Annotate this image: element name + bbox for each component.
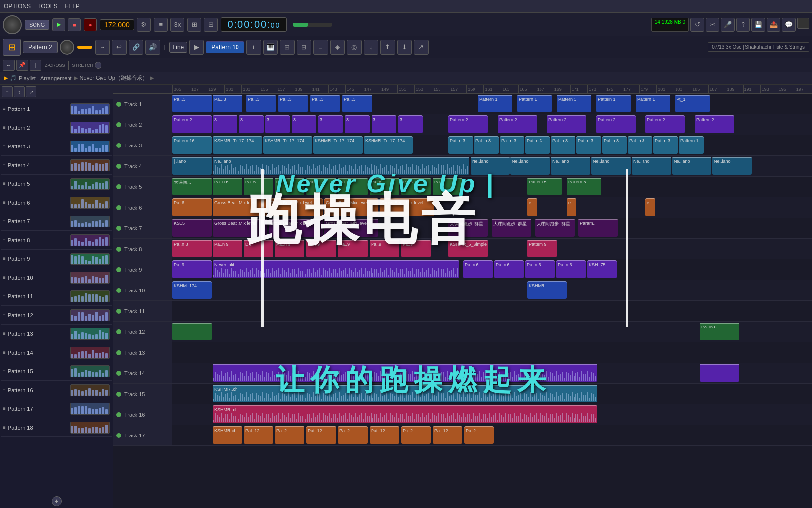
pattern-list-item-10[interactable]: ≡Pattern 10 [1,268,112,287]
tool-mixer[interactable]: ⊟ [297,40,311,55]
clip-track7-3[interactable]: Gross Beat..Mix level [324,219,378,237]
clip-track2-6[interactable]: 3 [345,115,370,133]
track-label-17[interactable]: Track 17 [113,425,172,445]
clip-track2-14[interactable]: Pattern 2 [695,115,734,133]
pattern-name[interactable]: Pattern 2 [23,41,58,53]
clip-track10-1[interactable]: KSHMR.. [527,281,567,299]
clip-track3-4[interactable]: KSHMR_Tr..17_174 [364,136,413,154]
track-content-17[interactable]: KSHMR.chPat..12Pa..2Pat..12Pa..2Pat..12P… [172,425,812,445]
clip-track2-4[interactable]: 3 [292,115,316,133]
play-button[interactable]: ▶ [52,18,65,31]
tool-piano[interactable]: 🎹 [263,40,278,55]
clip-track5-4[interactable]: Pa..6 [306,178,336,195]
icon-minimize[interactable]: _ [797,18,809,29]
clip-track1-4[interactable]: Pa...3 [310,95,340,112]
clip-track9-5[interactable]: Pa..n 6 [556,260,586,278]
clip-track2-10[interactable]: Pattern 2 [498,115,537,133]
track-content-4[interactable]: | .ianoNe..ianoNe..ianoNe..ianoNe..ianoN… [172,156,812,176]
clip-track3-14[interactable]: Pattern 1 [679,136,704,154]
track-label-10[interactable]: Track 10 [113,280,172,300]
track-label-1[interactable]: Track 1 [113,94,172,114]
track-label-5[interactable]: Track 5 [113,177,172,197]
clip-track17-3[interactable]: Pat..12 [306,426,336,444]
pattern-list-item-8[interactable]: ≡Pattern 8 [1,231,112,250]
track-content-9[interactable]: Pa..9Never..blitPa..n 6Pa..n 6Pa..n 6Pa.… [172,259,812,280]
track-content-6[interactable]: Pa..6Gross Beat..Mix levelGross Beat..Mi… [172,197,812,218]
clip-track9-0[interactable]: Pa..9 [172,260,212,278]
clip-track1-2[interactable]: Pa...3 [246,95,276,112]
record-button[interactable]: ● [84,18,97,31]
pattern-list-item-1[interactable]: ≡Pattern 1 [1,100,112,118]
clip-track9-2[interactable]: Pa..n 6 [463,260,493,278]
clip-track6-1[interactable]: Gross Beat..Mix level [213,198,267,216]
track-label-4[interactable]: Track 4 [113,156,172,176]
clip-track7-1[interactable]: Gross Beat..Mix level [213,219,267,237]
menu-options[interactable]: OPTIONS [4,3,31,10]
clip-track17-4[interactable]: Pa..2 [338,426,368,444]
track-content-7[interactable]: KS..5Gross Beat..Mix levelGross Beat..Mi… [172,218,812,238]
icon-mic[interactable]: 🎤 [721,18,735,32]
clip-track16-0[interactable]: KSHMR..ch [213,405,597,423]
clip-track8-8[interactable]: KSHMR_5_Simple [448,240,488,257]
clip-track3-3[interactable]: KSHMR_Tr..17_174 [313,136,363,154]
breadcrumb-path2[interactable]: Never Give Up（跑操音乐） [80,74,148,82]
icon-chat[interactable]: 💬 [782,18,796,32]
clip-track2-2[interactable]: 3 [239,115,264,133]
clip-track17-8[interactable]: Pa..2 [464,426,494,444]
clip-track2-9[interactable]: Pattern 2 [448,115,488,133]
clip-track3-2[interactable]: KSHMR_Tr..17_174 [263,136,312,154]
clip-track4-7[interactable]: Ne..iano [672,157,711,175]
clip-track2-11[interactable]: Pattern 2 [547,115,586,133]
clip-track3-0[interactable]: Pattern 16 [172,136,212,154]
clip-track14-1[interactable] [700,364,739,382]
pattern-add[interactable]: + [246,40,261,55]
pattern-list-item-7[interactable]: ≡Pattern 7 [1,212,112,231]
pattern-list-item-13[interactable]: ≡Pattern 13 [1,325,112,343]
tool-icon-1[interactable]: ⚙ [137,18,151,32]
clip-track3-5[interactable]: Pat..n 3 [448,136,473,154]
clip-track2-0[interactable]: Pattern 2 [172,115,212,133]
clip-track3-13[interactable]: Pat..n 3 [653,136,678,154]
clip-track8-4[interactable]: C..n 9 [306,240,336,257]
clip-track4-5[interactable]: Ne..iano [591,157,631,175]
clip-track14-0[interactable] [213,364,597,382]
clip-track3-12[interactable]: Pat..n 3 [628,136,652,154]
track-content-14[interactable] [172,363,812,383]
clip-track15-0[interactable]: KSHMR..ch [213,385,597,402]
clip-track7-6[interactable]: 大课间跑步..群星 [535,219,575,237]
clip-track2-8[interactable]: 3 [398,115,423,133]
track-content-3[interactable]: Pattern 16KSHMR_Tr..17_174KSHMR_Tr..17_1… [172,135,812,155]
line-arrow[interactable]: ▶ [189,40,204,55]
track-content-1[interactable]: Pa...3Pa...3Pa...3Pa...3Pa...3Pa...3Patt… [172,94,812,114]
pattern-list-item-12[interactable]: ≡Pattern 12 [1,306,112,325]
clip-track4-3[interactable]: Ne..iano [510,157,550,175]
tool-icon-2[interactable]: ≡ [154,18,168,32]
breadcrumb-path1[interactable]: Playlist - Arrangement [19,75,72,81]
clip-track4-8[interactable]: Ne..iano [712,157,752,175]
track-content-11[interactable] [172,301,812,321]
clip-track1-8[interactable]: Pattern 1 [557,95,591,112]
track-label-6[interactable]: Track 6 [113,197,172,218]
track-content-15[interactable]: KSHMR..ch [172,384,812,404]
track-content-12[interactable]: Pa..rn 6 [172,322,812,342]
clip-track4-6[interactable]: Ne..iano [632,157,671,175]
track-label-15[interactable]: Track 15 [113,384,172,404]
clip-track5-10[interactable]: Pattern 5 [567,178,601,195]
clip-track5-9[interactable]: Pattern 5 [527,178,562,195]
clip-track5-5[interactable]: Pa..6 [338,178,368,195]
lp-arrow[interactable]: ↕ [14,86,25,97]
track-content-2[interactable]: Pattern 233333333Pattern 2Pattern 2Patte… [172,114,812,135]
tool-midi[interactable]: ↗ [414,40,429,55]
tool-channel[interactable]: ⊞ [280,40,295,55]
clip-track6-5[interactable]: e [527,198,537,216]
tool-wave[interactable]: ⬇ [397,40,412,55]
clip-track12-1[interactable]: Pa..rn 6 [700,323,739,340]
track-label-2[interactable]: Track 2 [113,114,172,135]
track-label-9[interactable]: Track 9 [113,259,172,280]
clip-track2-12[interactable]: Pattern 2 [596,115,636,133]
clip-track17-0[interactable]: KSHMR.ch [213,426,242,444]
clip-track9-4[interactable]: Pa..n 6 [525,260,555,278]
pattern-number[interactable]: Pattern 10 [206,41,244,53]
track-label-8[interactable]: Track 8 [113,239,172,259]
line-select[interactable]: Line [169,42,188,53]
